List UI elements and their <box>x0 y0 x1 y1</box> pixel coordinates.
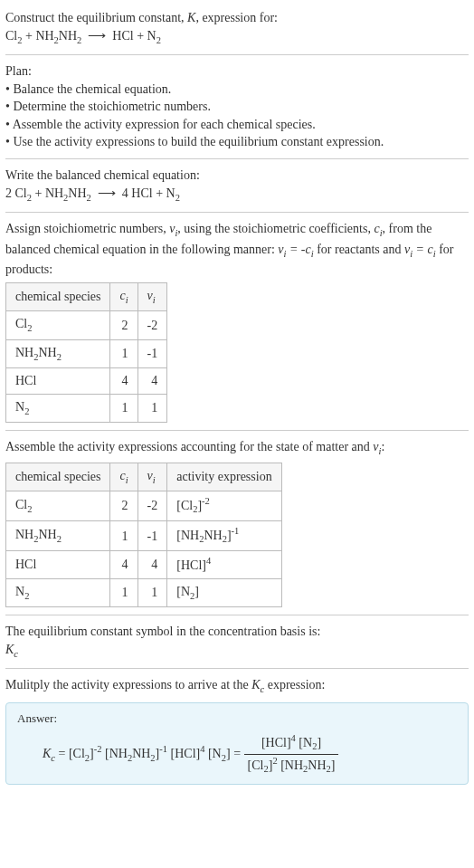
kc-symbol-section: The equilibrium constant symbol in the c… <box>5 623 469 661</box>
divider <box>5 212 469 213</box>
balanced-section: Write the balanced chemical equation: 2 … <box>5 167 469 205</box>
equals: = <box>59 747 69 760</box>
cell-nui: 1 <box>137 578 167 606</box>
balanced-intro: Write the balanced chemical equation: <box>5 167 469 185</box>
col-species: chemical species <box>6 463 110 491</box>
col-activity: activity expression <box>167 463 281 491</box>
nu-symbol: νi <box>169 222 177 235</box>
cell-ci: 4 <box>110 551 137 578</box>
table-header-row: chemical species ci νi activity expressi… <box>6 463 282 491</box>
activity-table: chemical species ci νi activity expressi… <box>5 463 282 608</box>
cell-ci: 1 <box>110 339 137 367</box>
cell-species: N2 <box>6 394 110 422</box>
plan-item: • Determine the stoichiometric numbers. <box>5 98 469 116</box>
stoich-table: chemical species ci νi Cl2 2 -2 NH2NH2 1… <box>5 282 167 424</box>
cell-ci: 2 <box>110 311 137 339</box>
divider <box>5 668 469 669</box>
stoich-section: Assign stoichiometric numbers, νi, using… <box>5 220 469 423</box>
unbalanced-equation: Cl2 + NH2NH2 ⟶ HCl + N2 <box>5 29 161 43</box>
cell-species: NH2NH2 <box>6 521 110 551</box>
cell-species: HCl <box>6 551 110 578</box>
cell-species: Cl2 <box>6 311 110 339</box>
relation: νi = ci <box>404 243 436 256</box>
cell-species: N2 <box>6 578 110 606</box>
relation: νi = -ci <box>278 243 313 256</box>
table-row: NH2NH2 1 -1 <box>6 339 167 367</box>
text: Mulitply the activity expressions to arr… <box>5 678 251 692</box>
equals: = <box>233 747 243 760</box>
text: Assign stoichiometric numbers, <box>5 222 169 235</box>
cell-activity: [HCl]4 <box>167 551 281 578</box>
cell-ci: 1 <box>110 578 137 606</box>
divider <box>5 54 469 55</box>
text: for reactants and <box>314 243 404 256</box>
col-species: chemical species <box>6 282 110 310</box>
fraction-denominator: [Cl2]2 [NH2NH2] <box>244 755 339 777</box>
cell-activity: [Cl2]-2 <box>167 491 281 521</box>
product-terms: [Cl2]-2 [NH2NH2]-1 [HCl]4 [N2] <box>69 747 231 760</box>
fraction: [HCl]4 [N2] [Cl2]2 [NH2NH2] <box>244 732 339 777</box>
fraction-numerator: [HCl]4 [N2] <box>244 732 339 755</box>
cell-species: NH2NH2 <box>6 339 110 367</box>
header-K: K <box>187 11 195 24</box>
cell-activity: [N2] <box>167 578 281 606</box>
table-row: NH2NH2 1 -1 [NH2NH2]-1 <box>6 521 282 551</box>
col-nui: νi <box>137 282 167 310</box>
table-row: N2 1 1 [N2] <box>6 578 282 606</box>
cell-nui: 1 <box>137 394 167 422</box>
cell-nui: 4 <box>137 368 167 395</box>
kc-symbol: Kc <box>5 641 469 661</box>
cell-species: HCl <box>6 368 110 395</box>
divider <box>5 430 469 431</box>
header-text-end: , expression for: <box>195 11 278 24</box>
activity-section: Assemble the activity expressions accoun… <box>5 438 469 607</box>
c-symbol: ci <box>374 222 382 235</box>
plan-item: • Use the activity expressions to build … <box>5 133 469 151</box>
table-row: Cl2 2 -2 [Cl2]-2 <box>6 491 282 521</box>
table-row: N2 1 1 <box>6 394 167 422</box>
cell-ci: 2 <box>110 491 137 521</box>
kc-symbol: Kc <box>43 747 55 760</box>
col-ci: ci <box>110 282 137 310</box>
header-text: Construct the equilibrium constant, <box>5 11 187 24</box>
text: expression: <box>264 678 325 692</box>
col-nui: νi <box>137 463 167 491</box>
cell-species: Cl2 <box>6 491 110 521</box>
plan-item: • Balance the chemical equation. <box>5 81 469 99</box>
cell-nui: -1 <box>137 339 167 367</box>
table-row: Cl2 2 -2 <box>6 311 167 339</box>
cell-nui: -2 <box>137 491 167 521</box>
activity-intro: Assemble the activity expressions accoun… <box>5 438 469 458</box>
kc-intro: The equilibrium constant symbol in the c… <box>5 623 469 641</box>
balanced-equation: 2 Cl2 + NH2NH2 ⟶ 4 HCl + N2 <box>5 185 469 205</box>
kc-symbol: Kc <box>251 678 264 692</box>
cell-ci: 4 <box>110 368 137 395</box>
multiply-section: Mulitply the activity expressions to arr… <box>5 676 469 696</box>
stoich-intro: Assign stoichiometric numbers, νi, using… <box>5 220 469 279</box>
answer-label: Answer: <box>17 711 457 727</box>
answer-box: Answer: Kc = [Cl2]-2 [NH2NH2]-1 [HCl]4 [… <box>5 702 469 785</box>
cell-nui: -1 <box>137 521 167 551</box>
plan-item: • Assemble the activity expression for e… <box>5 116 469 134</box>
answer-expression: Kc = [Cl2]-2 [NH2NH2]-1 [HCl]4 [N2] = [H… <box>17 732 457 777</box>
text: : <box>381 440 384 453</box>
table-row: HCl 4 4 [HCl]4 <box>6 551 282 578</box>
col-ci: ci <box>110 463 137 491</box>
divider <box>5 158 469 159</box>
text: Assemble the activity expressions accoun… <box>5 440 373 453</box>
divider <box>5 615 469 615</box>
text: , using the stoichiometric coefficients, <box>177 222 374 235</box>
problem-statement: Construct the equilibrium constant, K, e… <box>5 9 469 47</box>
cell-ci: 1 <box>110 521 137 551</box>
table-header-row: chemical species ci νi <box>6 282 167 310</box>
cell-nui: -2 <box>137 311 167 339</box>
plan-section: Plan: • Balance the chemical equation. •… <box>5 62 469 151</box>
table-row: HCl 4 4 <box>6 368 167 395</box>
cell-nui: 4 <box>137 551 167 578</box>
plan-title: Plan: <box>5 62 469 81</box>
cell-activity: [NH2NH2]-1 <box>167 521 281 551</box>
cell-ci: 1 <box>110 394 137 422</box>
